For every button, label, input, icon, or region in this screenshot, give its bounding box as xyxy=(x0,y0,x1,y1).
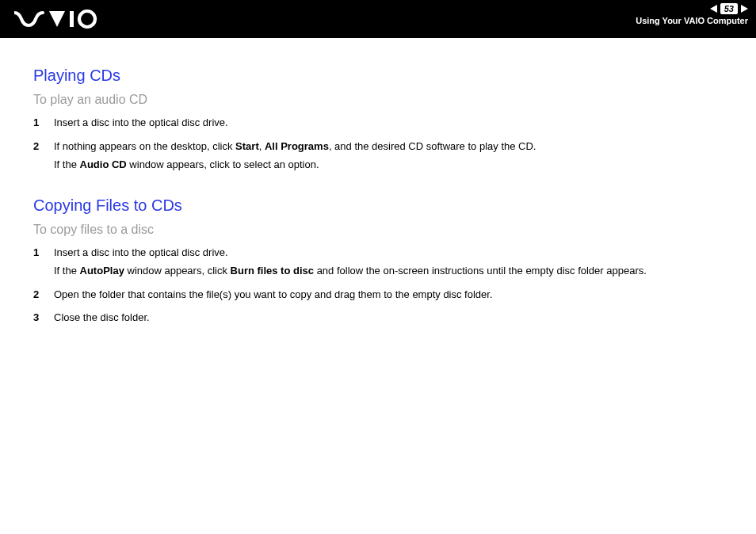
list-item: 1 Insert a disc into the optical disc dr… xyxy=(33,115,742,134)
step-number: 1 xyxy=(33,245,54,282)
step-text: Insert a disc into the optical disc driv… xyxy=(54,245,742,282)
step-number: 2 xyxy=(33,287,54,306)
vaio-logo xyxy=(14,0,101,38)
list-item: 1 Insert a disc into the optical disc dr… xyxy=(33,245,742,282)
subheading-copy-files: To copy files to a disc xyxy=(33,223,742,237)
section-heading-copying: Copying Files to CDs xyxy=(33,196,742,215)
step-number: 2 xyxy=(33,139,54,176)
page-nav: 53 xyxy=(636,3,748,14)
svg-point-1 xyxy=(79,11,95,27)
step-text: If nothing appears on the desktop, click… xyxy=(54,139,742,176)
step-text: Close the disc folder. xyxy=(54,310,742,329)
list-item: 2 If nothing appears on the desktop, cli… xyxy=(33,139,742,176)
subheading-play-audio: To play an audio CD xyxy=(33,93,742,107)
page-content: Playing CDs To play an audio CD 1 Insert… xyxy=(0,38,756,329)
header-right: 53 Using Your VAIO Computer xyxy=(636,0,748,25)
step-text: Insert a disc into the optical disc driv… xyxy=(54,115,742,134)
step-number: 1 xyxy=(33,115,54,134)
steps-copying: 1 Insert a disc into the optical disc dr… xyxy=(33,245,742,329)
svg-rect-0 xyxy=(70,11,74,27)
nav-next-icon[interactable] xyxy=(741,5,748,13)
list-item: 3 Close the disc folder. xyxy=(33,310,742,329)
list-item: 2 Open the folder that contains the file… xyxy=(33,287,742,306)
page-number: 53 xyxy=(720,3,738,14)
step-text: Open the folder that contains the file(s… xyxy=(54,287,742,306)
nav-prev-icon[interactable] xyxy=(710,5,717,13)
breadcrumb: Using Your VAIO Computer xyxy=(636,16,748,25)
step-number: 3 xyxy=(33,310,54,329)
section-heading-playing: Playing CDs xyxy=(33,67,742,85)
header-bar: 53 Using Your VAIO Computer xyxy=(0,0,756,38)
steps-playing: 1 Insert a disc into the optical disc dr… xyxy=(33,115,742,176)
